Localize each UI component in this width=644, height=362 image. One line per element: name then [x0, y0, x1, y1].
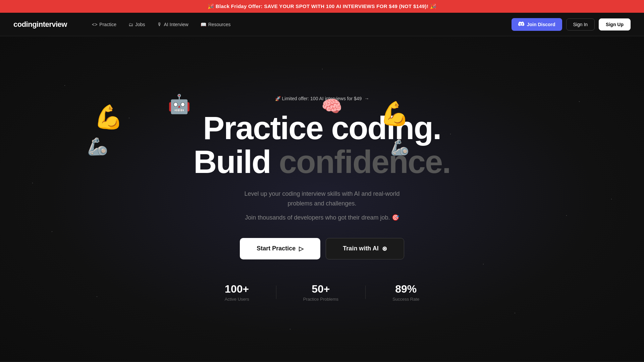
- logo[interactable]: codinginterview: [13, 20, 67, 29]
- stat-active-users-value: 100+: [225, 283, 249, 295]
- heading-line1: Practice coding.: [194, 111, 450, 145]
- robot-emoji: 🤖: [168, 93, 191, 115]
- limited-offer-arrow: →: [364, 96, 369, 101]
- nav-ai-interview-label: AI Interview: [164, 22, 189, 27]
- stats-section: 100+ Active Users 50+ Practice Problems …: [225, 283, 420, 302]
- discord-icon: [518, 21, 524, 27]
- heading-build: Build: [194, 144, 279, 180]
- nav-resources-label: Resources: [208, 22, 231, 27]
- ai-icon: ⊛: [382, 245, 387, 252]
- stat-active-users-label: Active Users: [225, 297, 249, 302]
- briefcase-icon: 🗂: [128, 22, 133, 27]
- nav-ai-interview[interactable]: 🎙 AI Interview: [153, 19, 193, 30]
- heading-line2: Build confidence.: [194, 145, 450, 179]
- nav-jobs[interactable]: 🗂 Jobs: [124, 19, 150, 30]
- nav-jobs-label: Jobs: [135, 22, 145, 27]
- train-with-ai-label: Train with AI: [343, 245, 378, 252]
- stat-success-rate: 89% Success Rate: [392, 283, 419, 302]
- code-icon: <>: [92, 22, 97, 27]
- promo-banner[interactable]: 🎉 Black Friday Offer: SAVE YOUR SPOT WIT…: [0, 0, 644, 13]
- nav-practice-label: Practice: [99, 22, 116, 27]
- discord-label: Join Discord: [527, 22, 555, 27]
- navbar: codinginterview <> Practice 🗂 Jobs 🎙 AI …: [0, 13, 644, 36]
- stat-practice-problems-value: 50+: [303, 283, 338, 295]
- train-with-ai-button[interactable]: Train with AI ⊛: [326, 238, 404, 259]
- nav-right: Join Discord Sign In Sign Up: [512, 18, 631, 31]
- stat-success-rate-label: Success Rate: [392, 297, 419, 302]
- nav-resources[interactable]: 📖 Resources: [196, 19, 235, 30]
- mic-icon: 🎙: [157, 22, 162, 27]
- heading-confidence: confidence.: [279, 144, 450, 180]
- start-practice-button[interactable]: Start Practice ▷: [240, 238, 320, 259]
- signup-button[interactable]: Sign Up: [599, 18, 631, 31]
- muscle-emoji-right: 💪: [380, 100, 409, 127]
- muscle-emoji-left: 💪: [94, 103, 123, 131]
- stat-active-users: 100+ Active Users: [225, 283, 249, 302]
- banner-text: 🎉 Black Friday Offer: SAVE YOUR SPOT WIT…: [208, 3, 436, 9]
- signup-label: Sign Up: [606, 22, 624, 27]
- cta-group: Start Practice ▷ Train with AI ⊛: [240, 238, 404, 259]
- stat-success-rate-value: 89%: [392, 283, 419, 295]
- nav-practice[interactable]: <> Practice: [87, 19, 121, 30]
- signin-label: Sign In: [573, 22, 588, 27]
- arm-emoji-right: 🦾: [390, 138, 409, 156]
- play-icon: ▷: [299, 245, 304, 252]
- hero-section: 💪 🤖 🦾 🧠 💪 🦾 🚀 Limited offer: 100 AI inte…: [0, 36, 644, 361]
- signin-button[interactable]: Sign In: [566, 18, 595, 31]
- stat-divider-1: [276, 286, 276, 299]
- stat-practice-problems-label: Practice Problems: [303, 297, 338, 302]
- arm-emoji-left: 🦾: [87, 137, 108, 156]
- stat-practice-problems: 50+ Practice Problems: [303, 283, 338, 302]
- nav-links: <> Practice 🗂 Jobs 🎙 AI Interview 📖 Reso…: [87, 19, 512, 30]
- join-discord-button[interactable]: Join Discord: [512, 18, 562, 31]
- hero-subtext: Level up your coding interview skills wi…: [238, 189, 406, 208]
- limited-offer-text: 🚀 Limited offer: 100 AI interviews for $…: [275, 96, 362, 101]
- hero-dream: Join thousands of developers who got the…: [245, 214, 399, 221]
- brain-emoji: 🧠: [321, 97, 342, 116]
- book-icon: 📖: [201, 22, 206, 27]
- start-practice-label: Start Practice: [257, 245, 296, 252]
- hero-heading: Practice coding. Build confidence.: [194, 111, 450, 179]
- stat-divider-2: [365, 286, 366, 299]
